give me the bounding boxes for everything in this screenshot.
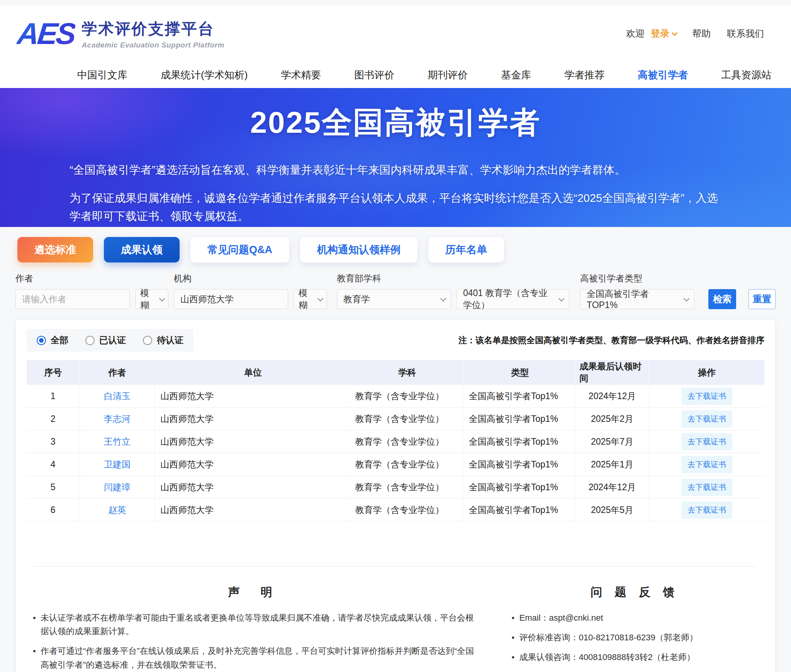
row-date: 2024年12月 (575, 476, 649, 498)
statement-item: 作者可通过“作者服务平台”在线认领成果后，及时补充完善学科信息，平台可实时计算评… (31, 644, 475, 671)
search-button[interactable]: 检索 (708, 289, 736, 309)
table-row: 4 卫建国 山西师范大学 教育学（含专业学位） 全国高被引学者Top1% 202… (27, 453, 764, 476)
row-subject: 教育学（含专业学位） (350, 385, 463, 407)
logo[interactable]: AES 学术评价支撑平台 Academic Evaluation Support… (17, 18, 224, 49)
row-subject: 教育学（含专业学位） (350, 476, 463, 498)
help-link[interactable]: 帮助 (692, 27, 711, 40)
author-link[interactable]: 卫建国 (104, 459, 131, 471)
nav-item[interactable]: 工具资源站 (721, 68, 771, 82)
row-type: 全国高被引学者Top1% (463, 476, 575, 498)
subject-select[interactable]: 教育学 (337, 289, 451, 309)
table-row: 3 王竹立 山西师范大学 教育学（含专业学位） 全国高被引学者Top1% 202… (27, 430, 764, 453)
chevron-down-icon (440, 295, 446, 301)
row-subject: 教育学（含专业学位） (350, 408, 463, 430)
type-select[interactable]: 全国高被引学者TOP1% (580, 289, 694, 309)
author-link[interactable]: 王竹立 (104, 436, 131, 448)
row-type: 全国高被引学者Top1% (463, 430, 575, 453)
download-certificate-button[interactable]: 去下载证书 (681, 410, 732, 428)
feedback-title: 问 题 反 馈 (509, 584, 760, 600)
author-mode-value: 模糊 (140, 287, 155, 311)
row-date: 2025年2月 (575, 408, 649, 430)
chevron-down-icon (684, 295, 690, 301)
author-link[interactable]: 赵英 (108, 504, 126, 516)
org-label: 机构 (174, 273, 327, 284)
subject-detail-value: 0401 教育学（含专业学位） (463, 287, 555, 311)
nav-item[interactable]: 图书评价 (354, 68, 394, 82)
row-org: 山西师范大学 (155, 385, 350, 407)
type-label: 高被引学者类型 (580, 273, 694, 284)
page-title: 2025全国高被引学者 (70, 103, 721, 143)
nav-item[interactable]: 学者推荐 (564, 68, 604, 82)
main-nav: 中国引文库 成果统计(学术知析) 学术精要 图书评价 期刊评价 基金库 学者推荐… (0, 62, 791, 88)
nav-item[interactable]: 基金库 (501, 68, 531, 82)
radio-label: 已认证 (99, 334, 126, 346)
row-subject: 教育学（含专业学位） (350, 430, 463, 453)
author-mode-select[interactable]: 模糊 (135, 289, 168, 309)
download-certificate-button[interactable]: 去下载证书 (681, 433, 732, 450)
org-mode-value: 模糊 (299, 287, 314, 311)
status-radio-group: 全部 已认证 待认证 (27, 329, 194, 352)
radio-icon (143, 336, 152, 345)
row-type: 全国高被引学者Top1% (463, 499, 575, 521)
subject-label: 教育部学科 (337, 273, 569, 284)
nav-item[interactable]: 高被引学者 (638, 68, 688, 82)
download-certificate-button[interactable]: 去下载证书 (681, 456, 732, 473)
hero-banner: 2025全国高被引学者 “全国高被引学者”遴选活动旨在客观、科学衡量并表彰近十年… (0, 88, 791, 227)
status-radio[interactable]: 已认证 (85, 334, 126, 346)
col-org: 单位 (155, 360, 350, 385)
login-button[interactable]: 登录 (651, 27, 676, 40)
tab-button[interactable]: 机构通知认领样例 (300, 237, 418, 262)
tabs-row: 遴选标准 成果认领 常见问题Q&A 机构通知认领样例 历年名单 (0, 227, 791, 262)
statement-title: 声 明 (31, 584, 475, 600)
contact-link[interactable]: 联系我们 (727, 27, 764, 40)
nav-item[interactable]: 成果统计(学术知析) (161, 68, 248, 82)
row-org: 山西师范大学 (155, 476, 350, 498)
org-input[interactable] (174, 289, 288, 309)
radio-label: 待认证 (157, 334, 183, 346)
table-row: 5 闫建璋 山西师范大学 教育学（含专业学位） 全国高被引学者Top1% 202… (27, 476, 764, 499)
download-certificate-button[interactable]: 去下载证书 (681, 501, 732, 519)
nav-item[interactable]: 期刊评价 (428, 68, 468, 82)
row-type: 全国高被引学者Top1% (463, 385, 575, 407)
author-input[interactable] (15, 289, 130, 309)
row-subject: 教育学（含专业学位） (350, 499, 463, 521)
row-no: 1 (27, 385, 80, 407)
nav-item[interactable]: 学术精要 (281, 68, 321, 82)
reset-button[interactable]: 重置 (749, 289, 776, 309)
row-subject: 教育学（含专业学位） (350, 453, 463, 476)
table-body: 1 白清玉 山西师范大学 教育学（含专业学位） 全国高被引学者Top1% 202… (27, 385, 764, 521)
hero-paragraph-2: 为了保证成果归属准确性，诚邀各位学者通过作者服务平台认领本人成果，平台将实时统计… (70, 189, 721, 225)
row-no: 2 (27, 408, 80, 430)
tab-button[interactable]: 遴选标准 (17, 237, 93, 262)
statement-item: 未认证学者或不在榜单学者可能由于重名或者更换单位等导致成果归属不准确，请学者尽快… (31, 611, 475, 638)
download-certificate-button[interactable]: 去下载证书 (681, 388, 732, 405)
col-subject: 学科 (350, 360, 463, 385)
row-type: 全国高被引学者Top1% (463, 453, 575, 476)
status-radio[interactable]: 全部 (37, 334, 68, 346)
scholars-table: 序号 作者 单位 学科 类型 成果最后认领时间 操作 1 白清玉 山西师范大学 … (27, 360, 764, 521)
author-label: 作者 (15, 273, 168, 284)
tab-button[interactable]: 历年名单 (428, 237, 504, 262)
chevron-down-icon (159, 295, 165, 301)
feedback-list: Email：aspt@cnki.net评价标准咨询：010-82170818-6… (509, 611, 760, 664)
row-org: 山西师范大学 (155, 408, 350, 430)
results-card: 全部 已认证 待认证 注：该名单是按照全国高被引学者类型、教育部一级学科代码、作… (15, 319, 776, 672)
tab-button[interactable]: 成果认领 (104, 237, 180, 262)
row-org: 山西师范大学 (155, 430, 350, 453)
row-date: 2025年7月 (575, 430, 649, 453)
author-link[interactable]: 白清玉 (104, 390, 131, 402)
status-radio[interactable]: 待认证 (143, 334, 183, 346)
filter-bar: 作者 模糊 机构 模糊 教育部学科 (0, 262, 791, 309)
statement-list: 未认证学者或不在榜单学者可能由于重名或者更换单位等导致成果归属不准确，请学者尽快… (31, 611, 475, 672)
author-link[interactable]: 李志河 (104, 413, 131, 425)
download-certificate-button[interactable]: 去下载证书 (681, 479, 732, 496)
row-type: 全国高被引学者Top1% (463, 408, 575, 430)
col-type: 类型 (463, 360, 575, 385)
author-link[interactable]: 闫建璋 (104, 481, 131, 493)
top-strip (0, 0, 791, 5)
subject-detail-select[interactable]: 0401 教育学（含专业学位） (457, 289, 569, 309)
tab-button[interactable]: 常见问题Q&A (190, 237, 289, 262)
nav-item[interactable]: 中国引文库 (77, 68, 127, 82)
row-no: 3 (27, 430, 80, 453)
org-mode-select[interactable]: 模糊 (294, 289, 327, 309)
